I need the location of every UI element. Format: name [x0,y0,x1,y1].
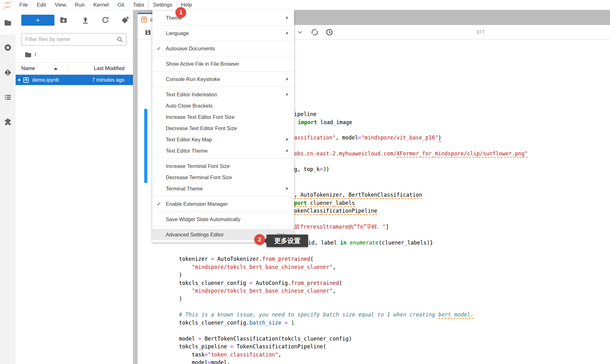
code-line: ipeline [294,111,317,118]
checkmark-icon: ✓ [157,45,164,52]
menu-item-label: Enable Extension Manager [166,201,228,207]
menu-divider [152,41,294,41]
menubar-item-run[interactable]: Run [70,0,89,10]
menu-divider [152,196,294,196]
menu-item-increase-text-editor-font-size[interactable]: Increase Text Editor Font Size [152,111,294,123]
menu-item-theme[interactable]: Theme [152,12,294,23]
menu-item-show-active-file-in-file-browser[interactable]: Show Active File in File Browser [152,58,294,69]
menu-item-label: Increase Text Editor Font Size [166,114,235,120]
menu-item-increase-terminal-font-size[interactable]: Increase Terminal Font Size [152,160,294,172]
menu-item-language[interactable]: Language [152,28,294,39]
code-line: tokcls_cluener_config = AutoConfig.from_… [179,280,342,286]
menu-item-label: Text Editor Key Map [166,137,212,143]
menu-divider [152,56,294,56]
code-line: ) [179,272,182,278]
code-line: import load_image [298,119,352,126]
menu-item-text-editor-key-map[interactable]: Text Editor Key Map [152,134,294,145]
submenu-arrow-icon [286,93,288,96]
code-line: obs.cn-east-2.myhuaweicloud.com/XFormer_… [294,150,528,157]
code-line: model = BertTokenClassification(tokcls_c… [179,336,352,342]
menu-item-save-widget-state-automatically[interactable]: Save Widget State Automatically [152,214,294,225]
code-line: tokcls_cluener_config.batch_size = 1 [179,320,294,326]
menubar-items: FileEditViewRunKernelGitTabsSettingsHelp [15,0,196,10]
menubar-item-file[interactable]: File [15,0,32,10]
menubar-item-view[interactable]: View [50,0,71,10]
menu-item-auto-close-brackets[interactable]: Auto Close Brackets [152,100,294,111]
code-line: , AutoTokenizer, BertTokenClassification [294,192,422,198]
menu-divider [152,71,294,72]
menu-item-label: Text Editor Theme [166,148,208,154]
jupyter-logo-icon [3,0,13,10]
submenu-arrow-icon [286,78,288,81]
menu-divider [152,158,294,159]
menu-item-decrease-terminal-font-size[interactable]: Decrease Terminal Font Size [152,172,294,183]
menu-item-text-editor-theme[interactable]: Text Editor Theme [152,145,294,156]
notebook-code-editor[interactable]: ipelineimport load_imageassification", m… [0,0,610,364]
code-line: "mindspore/tokcls_bert_base_chinese_clue… [179,264,336,270]
menubar-item-edit[interactable]: Edit [32,0,50,10]
menu-item-label: Text Editor Indentation [166,92,217,98]
menu-item-label: Decrease Terminal Font Size [166,174,232,180]
menu-divider [152,211,294,212]
menu-item-label: Decrease Text Editor Font Size [166,125,237,131]
menu-item-autosave-documents[interactable]: ✓Autosave Documents [152,43,294,54]
code-line: # This is a known issue, you need to spe… [179,311,474,318]
code-line: 裱匠freresoltramare的“fo”字样。"] [290,224,389,230]
code-line: tokcls_pipeline = TokenClassificationPip… [179,343,326,350]
menu-item-label: Terminal Theme [166,186,203,192]
code-line: okenClassificationPipeline [294,208,377,214]
submenu-arrow-icon [286,149,288,152]
submenu-arrow-icon [286,32,288,35]
menu-item-label: Increase Terminal Font Size [166,163,230,169]
menubar: FileEditViewRunKernelGitTabsSettingsHelp [0,0,610,10]
menu-item-label: Console Run Keystroke [166,76,220,82]
code-line: id, label in enumerate(cluener_labels)} [308,240,433,246]
menu-item-label: Save Widget State Automatically [166,216,240,222]
submenu-arrow-icon [286,138,288,141]
active-cell-indicator[interactable] [144,109,147,183]
menu-item-console-run-keystroke[interactable]: Console Run Keystroke [152,73,294,85]
menu-divider [152,25,294,26]
menu-item-label: Language [166,30,189,36]
step-badge-1: 1 [175,7,186,18]
code-line: ) [179,296,182,302]
annotation-tooltip: 更多设置 [267,235,308,247]
menubar-item-git[interactable]: Git [113,0,129,10]
menu-item-label: Advanced Settings Editor [166,232,224,238]
menu-item-terminal-theme[interactable]: Terminal Theme [152,183,294,194]
code-line: g, top_k=3) [294,166,329,173]
menu-item-decrease-text-editor-font-size[interactable]: Decrease Text Editor Font Size [152,123,294,134]
code-line: tokenizer = AutoTokenizer.from_pretraine… [179,256,313,262]
menubar-item-tabs[interactable]: Tabs [129,0,149,10]
submenu-arrow-icon [286,16,288,19]
menu-item-text-editor-indentation[interactable]: Text Editor Indentation [152,89,294,100]
tooltip-text: 更多设置 [274,236,301,245]
menubar-item-settings[interactable]: Settings [149,0,176,10]
menu-item-label: Auto Close Brackets [166,103,212,109]
code-line: task="token_classification", [179,351,282,358]
submenu-arrow-icon [286,187,288,190]
menu-item-label: Show Active File in File Browser [166,61,239,67]
code-line: model=model, [179,359,230,364]
checkmark-icon: ✓ [157,201,164,207]
jupyterlab-window: ipelineimport load_imageassification", m… [0,0,610,364]
code-line: "mindspore/tokcls_bert_base_chinese_clue… [179,288,336,294]
menu-item-label: Autosave Documents [166,46,215,52]
menu-item-enable-extension-manager[interactable]: ✓Enable Extension Manager [152,198,294,210]
menu-divider [152,227,294,227]
step-badge-2: 2 [254,234,265,245]
menubar-item-kernel[interactable]: Kernel [89,0,113,10]
code-line: port cluener_labels [294,200,355,206]
settings-menu: ThemeLanguage✓Autosave DocumentsShow Act… [152,10,294,242]
menu-divider [152,87,294,87]
code-line: assification", model="mindspore/vit_base… [294,134,441,141]
